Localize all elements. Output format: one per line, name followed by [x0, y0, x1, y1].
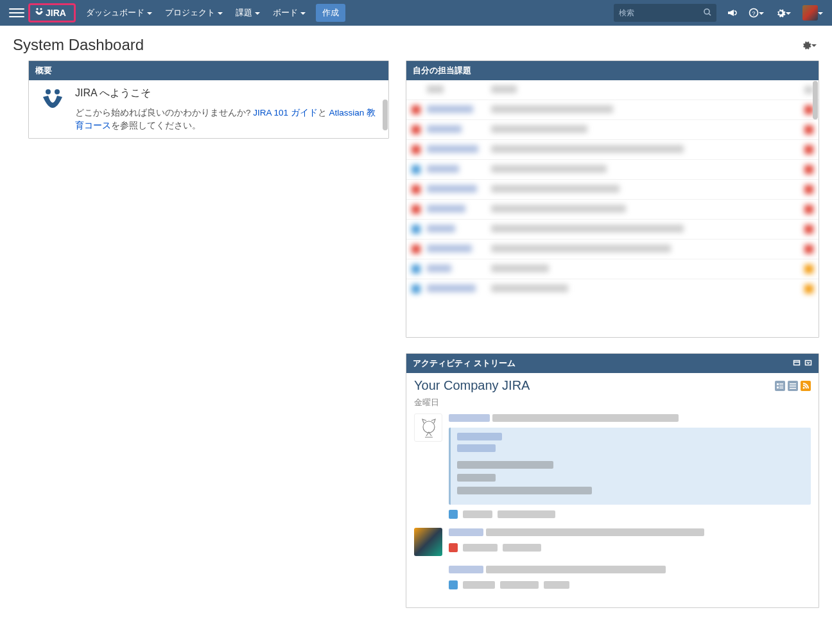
help-icon[interactable]: ? — [745, 0, 768, 26]
nav-projects[interactable]: プロジェクト — [159, 0, 229, 26]
nav-dashboards[interactable]: ダッシュボード — [80, 0, 159, 26]
svg-rect-9 — [794, 360, 800, 365]
svg-rect-12 — [777, 383, 779, 385]
activity-avatar — [414, 528, 442, 556]
activity-item — [414, 528, 811, 556]
svg-point-21 — [803, 387, 805, 388]
assigned-issues-header: 自分の担当課題 — [406, 61, 819, 80]
search-input[interactable] — [619, 8, 701, 17]
jira-101-link[interactable]: JIRA 101 ガイド — [253, 108, 318, 117]
issue-row[interactable] — [406, 139, 819, 159]
jira-intro-logo-icon — [38, 87, 67, 116]
card-view-icon[interactable] — [775, 381, 785, 391]
issues-table — [406, 80, 819, 299]
svg-line-4 — [709, 13, 711, 15]
rss-icon[interactable] — [801, 381, 811, 391]
search-icon[interactable] — [704, 8, 711, 18]
activity-avatar — [414, 413, 442, 442]
activity-stream-header: アクティビティ ストリーム — [406, 354, 819, 373]
intro-welcome: JIRA へようこそ — [75, 87, 379, 100]
collapse-icon[interactable] — [804, 359, 812, 369]
jira-logo[interactable]: JIRA — [28, 3, 76, 22]
svg-point-1 — [40, 8, 42, 10]
svg-text:JIRA: JIRA — [46, 8, 66, 18]
svg-point-8 — [55, 89, 60, 94]
page-header: System Dashboard — [0, 26, 832, 60]
issue-row[interactable] — [406, 199, 819, 219]
scrollbar-thumb[interactable] — [813, 81, 818, 119]
issue-row[interactable] — [406, 100, 819, 119]
minimize-icon[interactable] — [793, 359, 801, 369]
intro-gadget: 概要 JIRA へようこそ どこから始めれば良いのかわかりませんか? JIRA … — [28, 60, 389, 139]
svg-rect-20 — [790, 388, 796, 389]
issue-row[interactable] — [406, 119, 819, 139]
stream-company-title: Your Company JIRA — [414, 378, 530, 393]
svg-rect-14 — [779, 385, 783, 385]
settings-icon[interactable] — [772, 0, 795, 26]
svg-rect-19 — [790, 385, 796, 387]
issue-row[interactable] — [406, 279, 819, 299]
issue-row[interactable] — [406, 159, 819, 179]
activity-item — [414, 413, 811, 519]
user-avatar[interactable] — [799, 0, 827, 26]
issue-row[interactable] — [406, 219, 819, 239]
intro-gadget-header: 概要 — [29, 61, 388, 80]
search-box[interactable] — [614, 4, 716, 22]
activity-stream-gadget: アクティビティ ストリーム Your Company JIRA — [406, 353, 819, 608]
svg-point-3 — [704, 9, 709, 14]
scrollbar-thumb[interactable] — [383, 100, 388, 130]
svg-point-22 — [423, 421, 435, 433]
page-settings-icon[interactable] — [801, 40, 817, 50]
svg-rect-16 — [779, 387, 783, 387]
issue-row[interactable] — [406, 179, 819, 199]
announce-icon[interactable] — [723, 0, 741, 26]
nav-issues[interactable]: 課題 — [229, 0, 266, 26]
top-nav: JIRA ダッシュボード プロジェクト 課題 ボード 作成 ? — [0, 0, 832, 26]
svg-rect-18 — [790, 383, 796, 385]
list-view-icon[interactable] — [788, 381, 798, 391]
assigned-issues-gadget: 自分の担当課題 — [406, 60, 819, 338]
svg-point-7 — [46, 89, 51, 94]
intro-paragraph: どこから始めれば良いのかわかりませんか? JIRA 101 ガイドと Atlas… — [75, 107, 379, 133]
page-title: System Dashboard — [13, 36, 144, 54]
activity-item — [414, 565, 811, 589]
svg-rect-17 — [779, 388, 783, 388]
stream-day-label: 金曜日 — [414, 397, 811, 408]
nav-boards[interactable]: ボード — [266, 0, 312, 26]
svg-rect-15 — [777, 387, 779, 388]
svg-text:?: ? — [752, 10, 755, 17]
create-button[interactable]: 作成 — [316, 4, 345, 22]
svg-rect-13 — [779, 383, 783, 384]
svg-point-0 — [36, 8, 38, 10]
issue-row[interactable] — [406, 259, 819, 279]
menu-icon[interactable] — [9, 5, 24, 21]
issue-row[interactable] — [406, 239, 819, 259]
